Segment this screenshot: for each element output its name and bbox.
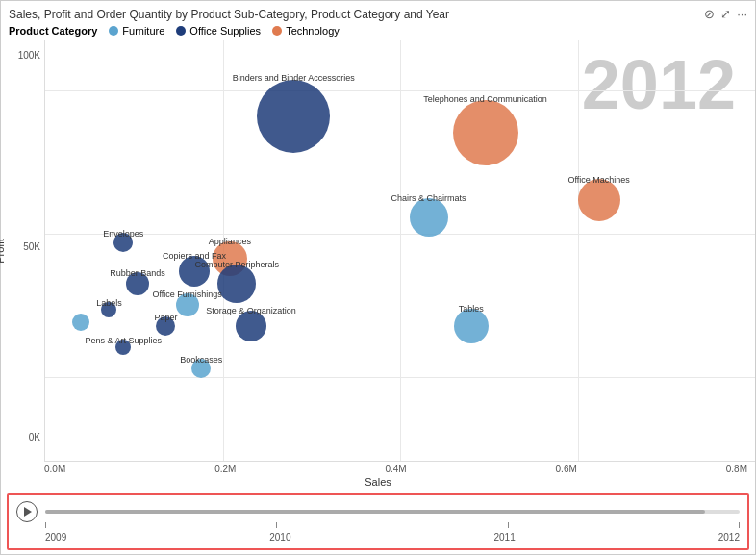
- x-tick-04: 0.4M: [385, 464, 406, 474]
- tick-2009: [45, 522, 46, 528]
- grid-v-3: [578, 40, 579, 461]
- technology-dot: [272, 26, 282, 36]
- y-axis: Profit 100K 50K 0K: [1, 40, 44, 462]
- bubble-paper[interactable]: [156, 316, 175, 336]
- x-axis: 0.0M 0.2M 0.4M 0.6M 0.8M: [1, 462, 755, 476]
- chart-container: Sales, Profit and Order Quantity by Prod…: [0, 0, 756, 555]
- tick-2012: [739, 522, 740, 528]
- legend-item-furniture[interactable]: Furniture: [109, 25, 164, 37]
- office-dot: [176, 26, 186, 36]
- x-tick-0: 0.0M: [44, 464, 65, 474]
- bubble-telephones[interactable]: [453, 100, 518, 165]
- legend-label: Product Category: [9, 25, 97, 37]
- x-tick-06: 0.6M: [556, 464, 577, 474]
- filter-icon[interactable]: ⊘: [704, 7, 715, 21]
- bubble-tables[interactable]: [454, 309, 489, 343]
- timeline-controls: [16, 501, 740, 522]
- office-label: Office Supplies: [189, 25, 261, 37]
- tick-2011: [508, 522, 509, 528]
- bubble-bookcases[interactable]: [191, 359, 211, 378]
- year-watermark: 2012: [582, 50, 736, 119]
- bubble-rubber-bands[interactable]: [126, 272, 149, 295]
- bubble-chairs[interactable]: [410, 198, 448, 237]
- timeline-labels: 2009 2010 2011 2012: [16, 528, 740, 542]
- grid-v-2: [400, 40, 401, 461]
- timeline-track[interactable]: [45, 510, 740, 514]
- y-axis-label: Profit: [0, 239, 6, 264]
- play-icon: [24, 507, 32, 517]
- x-tick-08: 0.8M: [726, 464, 747, 474]
- x-axis-label: Sales: [1, 476, 755, 490]
- tick-2010: [276, 522, 277, 528]
- bubble-binders[interactable]: [257, 80, 330, 153]
- y-tick-100k: 100K: [18, 50, 40, 61]
- furniture-label: Furniture: [122, 25, 164, 37]
- fit-icon[interactable]: ⤢: [720, 7, 731, 21]
- furniture-dot: [109, 26, 118, 36]
- bubble-storage[interactable]: [236, 311, 266, 341]
- chart-body: Profit 100K 50K 0K 2012 Binders and Bind…: [1, 40, 755, 462]
- year-label-2010: 2010: [269, 532, 290, 542]
- year-label-2009: 2009: [45, 532, 66, 542]
- play-button[interactable]: [16, 501, 38, 522]
- y-tick-0k: 0K: [29, 432, 40, 442]
- y-tick-50k: 50K: [23, 241, 40, 252]
- bubble-envelopes[interactable]: [113, 233, 133, 252]
- chart-title: Sales, Profit and Order Quantity by Prod…: [9, 8, 449, 21]
- legend-item-technology[interactable]: Technology: [272, 25, 340, 37]
- bubble-computer-peripherals[interactable]: [217, 265, 256, 303]
- chart-header: Sales, Profit and Order Quantity by Prod…: [1, 1, 755, 23]
- bubble-labels[interactable]: [101, 302, 116, 317]
- timeline-progress: [45, 510, 705, 514]
- technology-label: Technology: [286, 25, 340, 37]
- bubble-office-furnishings[interactable]: [176, 293, 199, 316]
- more-icon[interactable]: ···: [737, 7, 747, 21]
- year-label-2012: 2012: [718, 532, 740, 542]
- legend-row: Product Category Furniture Office Suppli…: [1, 23, 755, 40]
- timeline-container: 2009 2010 2011 2012: [7, 493, 749, 550]
- header-icons: ⊘ ⤢ ···: [704, 7, 747, 21]
- year-label-2011: 2011: [494, 532, 516, 542]
- bubble-pens[interactable]: [115, 340, 131, 355]
- plot-area: 2012 Binders and Binder AccessoriesTelep…: [44, 40, 755, 462]
- bubble-copiers[interactable]: [179, 256, 210, 287]
- bubble-small-desk[interactable]: [72, 314, 89, 331]
- x-tick-02: 0.2M: [214, 464, 236, 474]
- bubble-office-machines[interactable]: [578, 179, 620, 221]
- legend-item-office[interactable]: Office Supplies: [176, 25, 261, 37]
